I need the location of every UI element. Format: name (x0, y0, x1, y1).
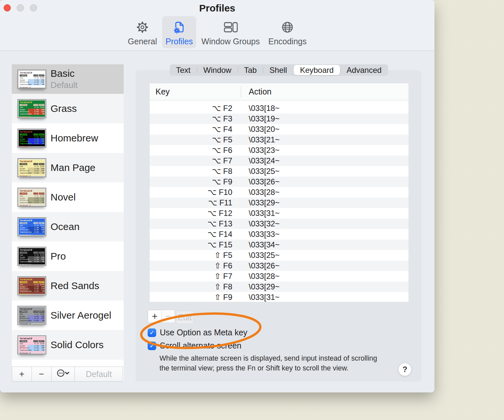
key-cell: ⌥ F12 (150, 209, 241, 218)
action-cell: \033[31~ (241, 209, 280, 218)
thumbnail-process-row: loginwindow0.0%4M (20, 142, 44, 145)
table-row[interactable]: ⌥ F13\033[32~ (150, 219, 409, 229)
toolbar-label-window-groups: Window Groups (201, 37, 260, 46)
toolbar-label-encodings: Encodings (268, 37, 307, 46)
thumbnail-process-row: loginwindow0.0%4M (20, 349, 44, 351)
tab-shell[interactable]: Shell (263, 64, 294, 76)
remove-profile-button[interactable]: − (32, 367, 52, 382)
table-row[interactable]: ⌥ F14\033[33~ (150, 229, 409, 240)
table-row[interactable]: ⌥ F15\033[34~ (150, 240, 409, 250)
profile-meta: Man Page (51, 162, 95, 173)
more-options-button[interactable] (51, 367, 75, 382)
table-row[interactable]: ⌥ F11\033[29~ (150, 198, 409, 208)
table-body: ⌥ F2\033[18~⌥ F3\033[19~⌥ F4\033[20~⌥ F5… (150, 100, 409, 303)
add-profile-button[interactable]: + (12, 367, 32, 382)
table-row[interactable]: ⌥ F6\033[23~ (150, 145, 409, 156)
default-button[interactable]: Default (74, 367, 123, 382)
toolbar-item-window-groups[interactable]: Window Groups (198, 16, 263, 48)
profile-name: Silver Aerogel (51, 310, 111, 321)
profile-thumbnail: Terminal#COMMAND%CPURPRVTtop4.1%231KXcod… (17, 306, 46, 325)
key-cell: ⌥ F14 (150, 230, 241, 239)
toolbar-item-encodings[interactable]: Encodings (265, 16, 310, 48)
edit-key-mapping-button[interactable]: Edit (176, 311, 193, 324)
tab-keyboard[interactable]: Keyboard (294, 65, 340, 75)
table-row[interactable]: ⇧ F7\033[28~ (150, 271, 409, 282)
table-row[interactable]: ⌥ F8\033[25~ (150, 166, 409, 177)
profile-meta: Pro (51, 251, 66, 262)
profile-name: Pro (51, 251, 66, 262)
profile-row-homebrew[interactable]: Terminal#COMMAND%CPURPRVTtop4.1%231KXcod… (12, 123, 124, 153)
help-button[interactable]: ? (398, 363, 411, 376)
table-row[interactable]: ⌥ F10\033[28~ (150, 187, 409, 198)
key-cell: ⌥ F6 (150, 146, 241, 155)
profile-meta: Novel (51, 192, 76, 203)
profile-row-solid-colors[interactable]: Terminal#COMMAND%CPURPRVTtop4.1%231KXcod… (12, 330, 124, 360)
profile-meta: Red Sands (51, 280, 99, 291)
checkbox-checked-icon[interactable]: ✓ (148, 328, 156, 337)
profile-row-pro[interactable]: Terminal#COMMAND%CPURPRVTtop4.1%231KXcod… (12, 242, 124, 271)
scroll-alternate-screen-label: Scroll alternate screen (160, 341, 242, 350)
tab-window[interactable]: Window (197, 64, 238, 76)
table-row[interactable]: ⌥ F3\033[19~ (150, 114, 409, 124)
profile-thumbnail: Terminal#COMMAND%CPURPRVTtop4.1%231KXcod… (17, 247, 46, 266)
profile-row-novel[interactable]: Terminal#COMMAND%CPURPRVTtop4.1%231KXcod… (12, 182, 124, 212)
thumbnail-header-row: COMMAND%CPURPRVT (20, 252, 44, 254)
profile-document-icon (172, 19, 186, 35)
thumbnail-prompt: Terminal # (20, 145, 44, 148)
action-cell: \033[20~ (241, 125, 280, 134)
tab-text[interactable]: Text (170, 64, 197, 76)
table-row[interactable]: ⇧ F9\033[31~ (150, 292, 409, 303)
table-row[interactable]: ⌥ F12\033[31~ (150, 208, 409, 219)
table-row[interactable]: ⌥ F2\033[18~ (150, 103, 409, 114)
profile-meta: Ocean (51, 221, 79, 232)
profile-name: Basic (51, 68, 77, 79)
thumbnail-terminal-title: Terminal# (20, 101, 44, 104)
action-cell: \033[29~ (241, 198, 280, 207)
profile-row-man-page[interactable]: Terminal#COMMAND%CPURPRVTtop4.1%231KXcod… (12, 153, 124, 182)
profile-thumbnail: Terminal#COMMAND%CPURPRVTtop4.1%231KXcod… (17, 217, 46, 236)
thumbnail-terminal-title: Terminal# (20, 337, 44, 340)
thumbnail-terminal-title: Terminal# (20, 308, 44, 310)
action-cell: \033[26~ (241, 261, 280, 270)
table-row[interactable]: ⇧ F5\033[25~ (150, 250, 409, 261)
toolbar-label-profiles: Profiles (165, 37, 193, 46)
profile-row-red-sands[interactable]: Terminal#COMMAND%CPURPRVTtop4.1%231KXcod… (12, 271, 124, 301)
window-title: Profiles (0, 3, 434, 14)
action-cell: \033[34~ (241, 240, 280, 249)
profile-name: Ocean (51, 221, 79, 232)
tab-advanced[interactable]: Advanced (340, 64, 388, 76)
toolbar-item-profiles[interactable]: Profiles (162, 16, 196, 48)
use-option-as-meta-key-checkbox-row[interactable]: ✓ Use Option as Meta key (148, 328, 247, 337)
key-cell: ⌥ F4 (150, 125, 241, 134)
key-mappings-table: Key Action ⌥ F2\033[18~⌥ F3\033[19~⌥ F4\… (149, 83, 409, 302)
globe-icon (281, 19, 294, 35)
preferences-toolbar: General (0, 16, 434, 48)
profile-row-silver-aerogel[interactable]: Terminal#COMMAND%CPURPRVTtop4.1%231KXcod… (12, 301, 124, 330)
action-cell: \033[33~ (241, 230, 280, 239)
toolbar-item-general[interactable]: General (125, 16, 160, 48)
profile-row-basic[interactable]: Terminal#COMMAND%CPURPRVTtop4.1%231KXcod… (12, 64, 124, 94)
table-row[interactable]: ⌥ F9\033[26~ (150, 177, 409, 187)
table-row[interactable]: ⇧ F6\033[26~ (150, 261, 409, 271)
thumbnail-header-row: COMMAND%CPURPRVT (20, 104, 44, 106)
checkbox-checked-icon[interactable]: ✓ (148, 342, 156, 350)
action-cell: \033[24~ (241, 156, 280, 165)
table-header: Key Action (150, 83, 409, 100)
thumbnail-prompt: Terminal # (20, 116, 44, 118)
profile-name: Homebrew (51, 133, 98, 144)
thumbnail-prompt: Terminal # (20, 293, 44, 295)
tab-tab[interactable]: Tab (238, 64, 263, 76)
thumbnail-terminal-title: Terminal# (20, 72, 44, 74)
table-row[interactable]: ⇧ F8\033[29~ (150, 282, 409, 292)
table-row[interactable]: ⌥ F5\033[21~ (150, 135, 409, 145)
table-row[interactable]: ⌥ F4\033[20~ (150, 124, 409, 135)
profile-row-grass[interactable]: Terminal#COMMAND%CPURPRVTtop4.1%231KXcod… (12, 94, 124, 123)
profile-name: Solid Colors (51, 339, 104, 350)
thumbnail-process-row: loginwindow0.0%4M (20, 290, 44, 292)
remove-key-mapping-button[interactable]: − (161, 310, 175, 323)
thumbnail-terminal-title: Terminal# (20, 219, 44, 222)
add-key-mapping-button[interactable]: + (148, 310, 162, 323)
scroll-alternate-screen-checkbox-row[interactable]: ✓ Scroll alternate screen (148, 341, 242, 350)
profile-row-ocean[interactable]: Terminal#COMMAND%CPURPRVTtop4.1%231KXcod… (12, 212, 124, 242)
table-row[interactable]: ⌥ F7\033[24~ (150, 156, 409, 166)
